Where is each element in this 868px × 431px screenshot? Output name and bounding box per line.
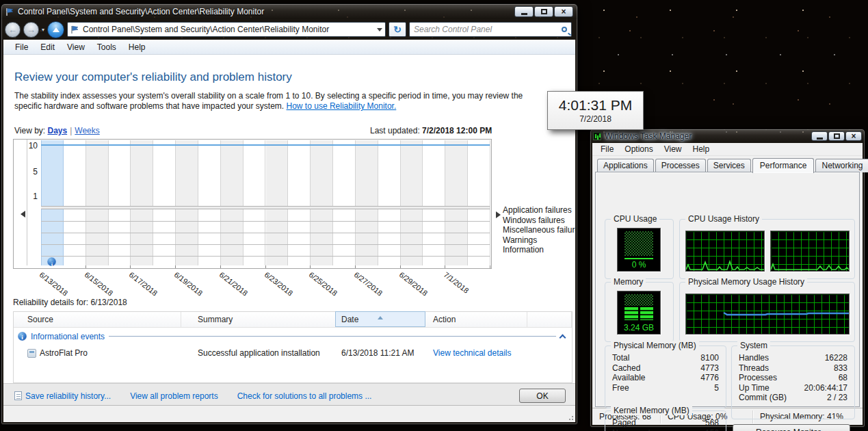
stability-index-line: [41, 144, 490, 146]
table-row[interactable]: AstroFlat ProSuccessful application inst…: [14, 345, 572, 361]
chart-column[interactable]: [153, 140, 176, 265]
chart-column[interactable]: [333, 140, 356, 265]
cpu-history-graph-core2: [770, 231, 850, 272]
chart-row-label-application-failures: Application failures: [503, 205, 575, 216]
how-to-use-link[interactable]: How to use Reliability Monitor.: [287, 101, 397, 111]
memory-groupbox: Memory 3.24 GB: [605, 282, 674, 342]
x-tick-label: 6/23/2018: [263, 270, 294, 298]
tm-menu-view[interactable]: View: [659, 143, 687, 155]
resize-grip[interactable]: [567, 414, 574, 421]
address-bar[interactable]: Control Panel\System and Security\Action…: [67, 22, 386, 37]
stat-value: 5: [714, 383, 719, 393]
column-header-action[interactable]: Action: [425, 312, 527, 327]
reliability-content: Review your computer's reliability and p…: [3, 55, 575, 422]
maximize-button[interactable]: [534, 6, 553, 17]
chart-left-strip: [14, 140, 27, 265]
stat-value: 8100: [700, 353, 719, 363]
chart-column[interactable]: [445, 140, 468, 265]
chart-row-label-windows-failures: Windows failures: [503, 216, 575, 226]
close-button[interactable]: ×: [554, 6, 573, 17]
tooltip-time: 4:01:31 PM: [559, 97, 632, 114]
link-view-all-problem-reports[interactable]: View all problem reports: [130, 391, 218, 401]
physical-memory-groupbox: Physical Memory (MB) Total8100Cached4773…: [605, 345, 726, 408]
tab-processes[interactable]: Processes: [655, 159, 706, 172]
column-header-summary[interactable]: Summary: [181, 312, 336, 327]
chart-column[interactable]: [86, 140, 109, 265]
chart-column[interactable]: [41, 140, 64, 265]
link-check-for-solutions-to-all-problems[interactable]: Check for solutions to all problems ...: [237, 391, 372, 401]
menu-help[interactable]: Help: [122, 41, 152, 53]
info-icon: [18, 332, 27, 341]
chart-row-label-warnings: Warnings: [503, 235, 575, 246]
chart-column[interactable]: [468, 140, 490, 265]
search-box[interactable]: Search Control Panel: [409, 22, 572, 37]
chart-column[interactable]: [64, 140, 86, 265]
menu-view[interactable]: View: [61, 41, 91, 53]
tab-services[interactable]: Services: [707, 159, 751, 172]
chart-column[interactable]: [109, 140, 131, 265]
up-button[interactable]: [47, 21, 64, 38]
cpu-usage-value: 0 %: [618, 260, 660, 270]
resource-monitor-button[interactable]: Resource Monitor...: [733, 424, 850, 431]
tab-applications[interactable]: Applications: [597, 159, 654, 172]
chart-column[interactable]: [356, 140, 378, 265]
chart-column[interactable]: [311, 140, 333, 265]
chart-scroll-left-icon[interactable]: [17, 211, 25, 218]
chart-column[interactable]: [288, 140, 311, 265]
y-tick-label: 5: [33, 167, 38, 177]
task-manager-titlebar[interactable]: Windows Task Manager ×: [590, 129, 865, 143]
reliability-titlebar[interactable]: Control Panel\System and Security\Action…: [1, 4, 577, 19]
cpu-history-label: CPU Usage History: [685, 214, 762, 224]
tooltip-date: 7/2/2018: [579, 114, 611, 124]
chart-column[interactable]: [198, 140, 221, 265]
x-tick: [86, 265, 86, 268]
stat-label: Cached: [612, 363, 640, 374]
x-tick-label: 6/13/2018: [38, 270, 70, 298]
view-technical-details-link[interactable]: View technical details: [433, 348, 512, 358]
tab-networking[interactable]: Networking: [815, 159, 868, 172]
informational-events-group-row[interactable]: Informational events: [14, 328, 572, 345]
tm-minimize-button[interactable]: [811, 131, 828, 141]
forward-button[interactable]: →: [23, 22, 39, 38]
chart-column[interactable]: [378, 140, 401, 265]
chart-row-line: [41, 256, 490, 257]
chart-column[interactable]: [423, 140, 445, 265]
menu-file[interactable]: File: [9, 41, 34, 53]
back-button[interactable]: ←: [5, 22, 21, 38]
view-by-days-link[interactable]: Days: [47, 126, 67, 135]
recent-pages-chevron[interactable]: ▾: [42, 27, 44, 33]
menu-edit[interactable]: Edit: [34, 41, 61, 53]
address-dropdown-icon[interactable]: [377, 28, 382, 34]
chart-column[interactable]: [244, 140, 266, 265]
search-icon[interactable]: [562, 27, 567, 32]
footer-link-wrap: Save reliability history...: [14, 391, 111, 401]
chart-divider: [41, 206, 490, 209]
summary-cell: Successful application installation: [181, 348, 336, 358]
ok-button[interactable]: OK: [519, 389, 566, 403]
memory-history-label: Physical Memory Usage History: [685, 277, 807, 287]
tm-maximize-button[interactable]: [828, 131, 845, 141]
link-save-reliability-history[interactable]: Save reliability history...: [25, 391, 111, 401]
tm-close-button[interactable]: ×: [845, 131, 862, 141]
chart-column[interactable]: [401, 140, 423, 265]
chart-column[interactable]: [221, 140, 244, 265]
maximize-icon: [541, 9, 547, 14]
collapse-chevron-icon[interactable]: [560, 334, 566, 341]
refresh-button[interactable]: ↻: [389, 22, 406, 37]
view-by-weeks-link[interactable]: Weeks: [75, 126, 99, 135]
tab-performance[interactable]: Performance: [752, 158, 815, 173]
column-header-date[interactable]: Date: [335, 311, 425, 327]
minimize-button[interactable]: [514, 6, 534, 17]
chart-column[interactable]: [131, 140, 153, 265]
chart-row-line: [41, 233, 490, 233]
stat-value: 2 / 23: [827, 393, 847, 403]
column-header-source[interactable]: Source: [14, 312, 181, 327]
tm-menu-file[interactable]: File: [595, 143, 619, 155]
chart-column[interactable]: [176, 140, 198, 265]
tm-menu-help[interactable]: Help: [687, 143, 715, 155]
menu-tools[interactable]: Tools: [91, 41, 122, 53]
tm-menu-options[interactable]: Options: [619, 143, 658, 155]
minimize-icon: [521, 13, 527, 15]
close-icon: ×: [851, 132, 856, 140]
chart-column[interactable]: [266, 140, 289, 265]
